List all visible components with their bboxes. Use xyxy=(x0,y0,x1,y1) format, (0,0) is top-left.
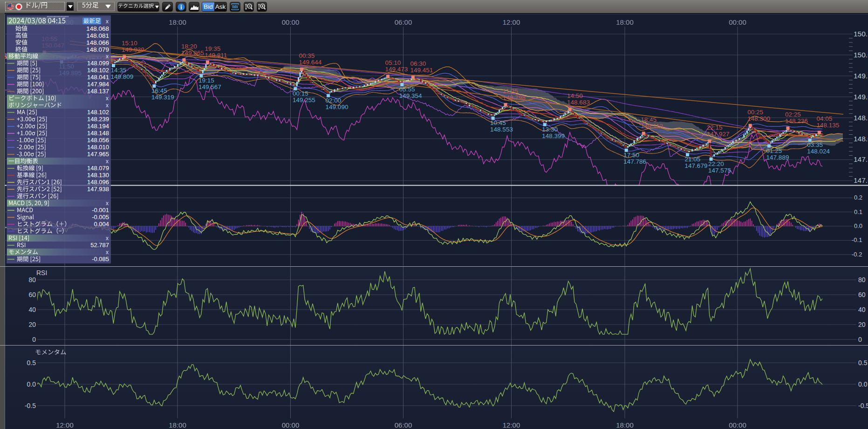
svg-text:0.2: 0.2 xyxy=(854,194,862,201)
svg-text:x: x xyxy=(106,235,109,242)
svg-text:149.809: 149.809 xyxy=(110,73,133,80)
svg-text:x: x xyxy=(106,200,109,207)
svg-text:00:00: 00:00 xyxy=(729,421,746,429)
svg-text:148.500: 148.500 xyxy=(854,114,868,122)
svg-text:0.0: 0.0 xyxy=(858,381,868,388)
svg-text:03:35: 03:35 xyxy=(807,141,823,148)
svg-text:-0.005: -0.005 xyxy=(92,214,109,221)
svg-text:00:00: 00:00 xyxy=(282,18,300,26)
svg-text:-0.1: -0.1 xyxy=(852,236,862,243)
svg-text:-0.5: -0.5 xyxy=(858,402,868,409)
svg-text:16:45: 16:45 xyxy=(151,87,167,94)
svg-text:148.194: 148.194 xyxy=(87,123,109,130)
svg-text:149.567: 149.567 xyxy=(198,83,221,90)
svg-text:80: 80 xyxy=(858,276,866,284)
svg-text:19:35: 19:35 xyxy=(205,45,220,52)
svg-text:00:35: 00:35 xyxy=(299,52,314,59)
svg-text:0: 0 xyxy=(858,336,862,343)
svg-text:18:00: 18:00 xyxy=(169,18,186,26)
svg-text:149.319: 149.319 xyxy=(151,94,174,101)
svg-text:-0.2: -0.2 xyxy=(852,251,862,258)
svg-text:00:00: 00:00 xyxy=(282,421,300,429)
svg-text:148.081: 148.081 xyxy=(86,32,109,39)
svg-text:147.679: 147.679 xyxy=(685,162,708,169)
svg-text:10:45: 10:45 xyxy=(490,119,506,126)
svg-text:147.000: 147.000 xyxy=(854,176,868,184)
svg-text:149.865: 149.865 xyxy=(181,49,204,56)
svg-text:x: x xyxy=(106,53,109,60)
svg-text:x: x xyxy=(106,95,109,102)
svg-text:18:20: 18:20 xyxy=(181,43,197,50)
svg-text:00:25: 00:25 xyxy=(747,109,763,116)
svg-text:149.000: 149.000 xyxy=(854,93,868,101)
svg-text:149.811: 149.811 xyxy=(205,52,227,59)
svg-text:148.102: 148.102 xyxy=(87,109,109,116)
svg-text:148.000: 148.000 xyxy=(854,135,868,143)
svg-text:148.102: 148.102 xyxy=(87,67,109,74)
svg-text:x: x xyxy=(106,249,109,256)
svg-text:147.938: 147.938 xyxy=(87,186,109,193)
svg-text:0.1: 0.1 xyxy=(854,208,862,215)
svg-text:147.889: 147.889 xyxy=(766,154,789,161)
svg-text:148.553: 148.553 xyxy=(490,126,513,133)
svg-text:13:30: 13:30 xyxy=(542,126,558,133)
svg-text:148.066: 148.066 xyxy=(86,39,109,46)
svg-text:148.137: 148.137 xyxy=(87,88,109,95)
svg-text:22:15: 22:15 xyxy=(707,124,723,131)
svg-text:0: 0 xyxy=(32,336,36,343)
svg-text:40: 40 xyxy=(858,306,866,313)
svg-text:150.000: 150.000 xyxy=(854,51,868,59)
svg-text:147.575: 147.575 xyxy=(708,167,731,174)
svg-text:0.004: 0.004 xyxy=(94,221,109,228)
svg-text:148.041: 148.041 xyxy=(87,74,109,81)
svg-text:04:05: 04:05 xyxy=(816,115,832,122)
svg-text:02:00: 02:00 xyxy=(326,97,342,104)
svg-text:149.090: 149.090 xyxy=(326,104,349,111)
svg-text:x: x xyxy=(106,18,109,25)
svg-text:150.500: 150.500 xyxy=(854,30,868,38)
svg-text:148.399: 148.399 xyxy=(542,132,565,139)
svg-text:11:25: 11:25 xyxy=(503,88,518,95)
svg-text:60: 60 xyxy=(858,291,866,298)
svg-text:148.683: 148.683 xyxy=(567,99,590,106)
svg-text:0.5: 0.5 xyxy=(27,359,36,367)
svg-text:149.354: 149.354 xyxy=(399,92,422,99)
svg-text:148.099: 148.099 xyxy=(87,60,109,67)
svg-text:148.798: 148.798 xyxy=(503,94,526,101)
svg-text:0.5: 0.5 xyxy=(858,359,868,367)
svg-text:06:30: 06:30 xyxy=(410,60,426,67)
svg-text:02:25: 02:25 xyxy=(785,111,801,118)
svg-text:0.0: 0.0 xyxy=(27,381,36,388)
svg-text:148.056: 148.056 xyxy=(87,137,109,144)
svg-text:05:10: 05:10 xyxy=(385,59,401,66)
svg-text:-0.5: -0.5 xyxy=(25,402,36,409)
svg-text:148.239: 148.239 xyxy=(87,116,109,123)
svg-text:x: x xyxy=(106,102,109,109)
svg-text:-0.001: -0.001 xyxy=(92,207,109,214)
svg-text:147.500: 147.500 xyxy=(854,155,868,163)
svg-text:01:25: 01:25 xyxy=(766,147,782,154)
svg-text:12:00: 12:00 xyxy=(503,18,520,26)
svg-text:0.0: 0.0 xyxy=(854,222,862,229)
svg-text:148.130: 148.130 xyxy=(87,172,109,179)
svg-text:148.236: 148.236 xyxy=(785,118,808,125)
svg-text:20: 20 xyxy=(28,321,36,328)
svg-text:20: 20 xyxy=(858,321,866,328)
svg-text:00:00: 00:00 xyxy=(729,18,746,26)
svg-text:17:50: 17:50 xyxy=(623,152,639,159)
svg-text:147.984: 147.984 xyxy=(87,81,109,88)
svg-text:18:00: 18:00 xyxy=(616,421,634,429)
svg-text:RSI: RSI xyxy=(36,269,47,277)
svg-text:147.786: 147.786 xyxy=(623,158,646,165)
svg-text:52.787: 52.787 xyxy=(90,242,109,249)
svg-text:149.939: 149.939 xyxy=(122,46,144,53)
svg-text:14:50: 14:50 xyxy=(567,92,583,99)
svg-text:149.255: 149.255 xyxy=(293,97,315,104)
svg-text:12:00: 12:00 xyxy=(503,421,520,429)
svg-text:148.112: 148.112 xyxy=(641,123,663,130)
svg-text:19:15: 19:15 xyxy=(198,77,214,84)
svg-text:15:10: 15:10 xyxy=(122,40,137,47)
svg-text:148.024: 148.024 xyxy=(807,148,830,155)
svg-text:149.451: 149.451 xyxy=(410,67,433,74)
svg-text:148.300: 148.300 xyxy=(747,115,770,122)
